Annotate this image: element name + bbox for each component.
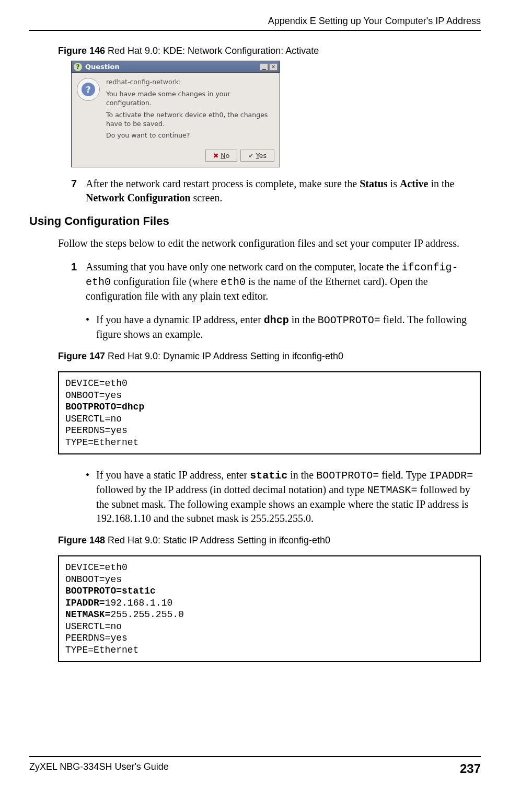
bullet-static: • If you have a static IP address, enter… (86, 468, 481, 526)
page-header: Appendix E Setting up Your Computer's IP… (29, 16, 481, 31)
yes-icon: ✔ (248, 152, 253, 160)
figure-146-number: Figure 146 (58, 45, 105, 56)
figure-147-number: Figure 147 (58, 351, 105, 361)
footer-guide-name: ZyXEL NBG-334SH User's Guide (29, 761, 169, 776)
header-title: Appendix E Setting up Your Computer's IP… (29, 16, 481, 27)
step-7-number: 7 (71, 177, 86, 205)
bullet-static-text: If you have a static IP address, enter s… (96, 468, 481, 526)
dialog-body: ? redhat-config-network: You have made s… (72, 73, 280, 146)
figure-146-caption: Figure 146 Red Hat 9.0: KDE: Network Con… (58, 45, 481, 56)
close-icon[interactable]: ✕ (269, 63, 277, 71)
figure-148-caption: Figure 148 Red Hat 9.0: Static IP Addres… (58, 535, 481, 546)
figure-146-text: Red Hat 9.0: KDE: Network Configuration:… (105, 45, 319, 56)
figure-147-caption: Figure 147 Red Hat 9.0: Dynamic IP Addre… (58, 351, 481, 362)
no-icon: ✖ (213, 152, 218, 160)
dialog-title: Question (85, 63, 259, 71)
step-1: 1 Assuming that you have only one networ… (71, 260, 481, 303)
dialog-line2: To activate the network device eth0, the… (106, 111, 273, 129)
yes-button[interactable]: ✔ Yes (240, 150, 274, 162)
step-7: 7 After the network card restart process… (71, 177, 481, 205)
dialog-button-row: ✖ No ✔ Yes (72, 146, 280, 167)
code-box-148: DEVICE=eth0 ONBOOT=yes BOOTPROTO=static … (58, 555, 481, 662)
section-heading-using-config-files: Using Configuration Files (29, 214, 481, 228)
figure-146-image: ? Question ▁ ✕ ? redhat-config-network: … (71, 61, 481, 167)
bullet-dhcp: • If you have a dynamic IP address, ente… (86, 313, 481, 341)
page-footer: ZyXEL NBG-334SH User's Guide 237 (29, 756, 481, 776)
figure-147-text: Red Hat 9.0: Dynamic IP Address Setting … (105, 351, 343, 361)
no-rest: o (226, 152, 230, 160)
intro-paragraph: Follow the steps below to edit the netwo… (58, 236, 481, 251)
dialog-line3: Do you want to continue? (106, 131, 273, 140)
figure-148-text: Red Hat 9.0: Static IP Address Setting i… (105, 535, 330, 545)
figure-148-number: Figure 148 (58, 535, 105, 545)
dialog-line1: You have made some changes in your confi… (106, 90, 273, 108)
step-1-number: 1 (71, 260, 86, 303)
yes-rest: es (259, 152, 267, 160)
step-1-text: Assuming that you have only one network … (86, 260, 481, 303)
step-7-text: After the network card restart process i… (86, 177, 481, 205)
code-box-147: DEVICE=eth0 ONBOOT=yes BOOTPROTO=dhcp US… (58, 371, 481, 454)
minimize-icon[interactable]: ▁ (260, 63, 268, 71)
dialog-text: redhat-config-network: You have made som… (106, 78, 273, 143)
bullet-dot: • (86, 313, 96, 341)
bullet-dot: • (86, 468, 96, 526)
no-button[interactable]: ✖ No (205, 150, 238, 162)
dialog-titlebar: ? Question ▁ ✕ (72, 61, 280, 73)
question-icon: ? (74, 63, 82, 71)
question-dialog: ? Question ▁ ✕ ? redhat-config-network: … (71, 61, 280, 167)
dialog-app-name: redhat-config-network: (106, 78, 273, 87)
dialog-question-icon: ? (77, 78, 100, 101)
bullet-dhcp-text: If you have a dynamic IP address, enter … (96, 313, 481, 341)
no-letter: N (221, 152, 225, 160)
footer-page-number: 237 (460, 761, 481, 776)
